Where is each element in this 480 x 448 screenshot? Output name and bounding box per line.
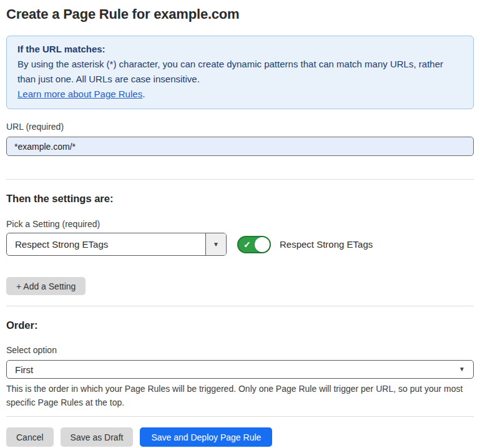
create-page-rule-form: Create a Page Rule for example.com If th… [0, 6, 480, 447]
chevron-down-icon: ▼ [459, 366, 465, 373]
order-section-heading: Order: [6, 319, 474, 331]
order-select-label: Select option [6, 345, 474, 355]
save-as-draft-button[interactable]: Save as Draft [61, 427, 134, 447]
setting-select-arrow-button[interactable]: ▼ [205, 233, 226, 255]
info-box-body: By using the asterisk (*) character, you… [17, 57, 463, 87]
chevron-down-icon: ▼ [213, 241, 219, 248]
respect-strong-etags-toggle[interactable]: ✓ [237, 236, 271, 253]
order-help-text: This is the order in which your Page Rul… [6, 382, 474, 409]
setting-select[interactable]: Respect Strong ETags ▼ [6, 233, 227, 256]
info-box-heading: If the URL matches: [17, 42, 463, 57]
check-icon: ✓ [243, 239, 251, 249]
settings-section-heading: Then the settings are: [6, 193, 474, 205]
cancel-button[interactable]: Cancel [6, 427, 54, 447]
page-title: Create a Page Rule for example.com [6, 6, 474, 22]
order-select[interactable]: First ▼ [6, 360, 474, 379]
url-field-label: URL (required) [6, 122, 474, 132]
setting-picker-row: Respect Strong ETags ▼ ✓ Respect Strong … [6, 233, 474, 256]
info-box-link-line: Learn more about Page Rules. [17, 87, 463, 102]
order-select-value: First [15, 364, 459, 375]
link-suffix: . [142, 89, 145, 99]
url-match-info-box: If the URL matches: By using the asteris… [6, 36, 474, 109]
pick-setting-label: Pick a Setting (required) [6, 219, 474, 229]
toggle-label: Respect Strong ETags [280, 239, 373, 250]
setting-select-value: Respect Strong ETags [7, 233, 205, 255]
divider [6, 416, 474, 417]
url-input[interactable] [6, 137, 474, 156]
toggle-knob [255, 237, 270, 252]
save-and-deploy-button[interactable]: Save and Deploy Page Rule [140, 427, 272, 447]
divider [6, 306, 474, 306]
learn-more-link[interactable]: Learn more about Page Rules [17, 89, 142, 99]
divider [6, 179, 474, 180]
form-actions: Cancel Save as Draft Save and Deploy Pag… [6, 427, 474, 447]
add-setting-button[interactable]: + Add a Setting [6, 277, 86, 295]
